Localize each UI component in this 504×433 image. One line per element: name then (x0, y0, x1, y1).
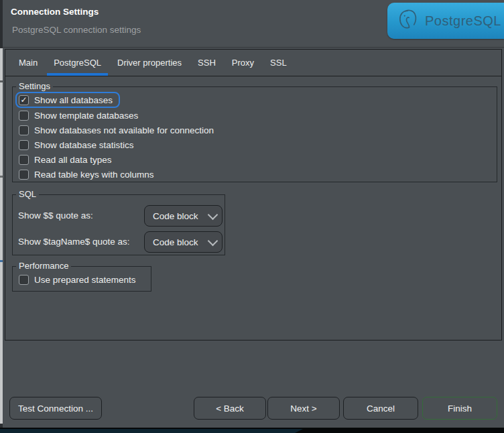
tab-label: Proxy (232, 58, 254, 68)
settings-group: Settings Show all databases Show templat… (12, 86, 497, 182)
cancel-button[interactable]: Cancel (343, 397, 418, 420)
page-subtitle: PostgreSQL connection settings (12, 25, 141, 35)
checkbox-label: Read table keys with columns (34, 170, 154, 180)
back-button[interactable]: < Back (194, 397, 266, 420)
checkbox-label: Show database statistics (34, 140, 134, 150)
checkbox-label: Show template databases (34, 111, 138, 121)
tab-label: Driver properties (117, 58, 182, 68)
checkbox-row-read-table-keys[interactable]: Read table keys with columns (19, 167, 214, 182)
tab-proxy[interactable]: Proxy (224, 50, 262, 76)
tab-label: SSH (198, 58, 216, 68)
performance-checkbox-list: Use prepared statements (19, 272, 136, 287)
dollar-quote-label: Show $$ quote as: (18, 210, 93, 221)
postgresql-elephant-icon (397, 9, 420, 33)
checkbox-icon[interactable] (19, 275, 29, 285)
checkbox-label: Read all data types (34, 155, 112, 165)
sql-group: SQL Show $$ quote as: Code block Show $t… (12, 194, 225, 255)
checkbox-icon[interactable] (19, 111, 29, 121)
checkbox-row-read-all-data-types[interactable]: Read all data types (19, 152, 214, 167)
postgresql-wordmark: PostgreSQL (425, 13, 501, 29)
checkbox-label: Show all databases (34, 95, 113, 105)
dollar-quote-value: Code block (153, 211, 209, 221)
tab-bar: Main PostgreSQL Driver properties SSH Pr… (5, 50, 501, 76)
tab-postgresql[interactable]: PostgreSQL (46, 50, 109, 76)
performance-group: Performance Use prepared statements (12, 266, 151, 292)
tab-folder: Main PostgreSQL Driver properties SSH Pr… (5, 49, 502, 341)
checkbox-checked-icon[interactable] (19, 95, 29, 105)
checkbox-row-use-prepared-statements[interactable]: Use prepared statements (19, 272, 136, 287)
checkbox-icon[interactable] (19, 170, 29, 180)
tagname-quote-select[interactable]: Code block (144, 231, 223, 253)
page-title: Connection Settings (11, 7, 99, 17)
connection-settings-dialog: Connection Settings PostgreSQL connectio… (3, 0, 504, 428)
checkbox-label: Show databases not available for connect… (34, 125, 214, 135)
dollar-quote-select[interactable]: Code block (144, 205, 223, 227)
chevron-down-icon (208, 209, 218, 220)
tab-ssl[interactable]: SSL (262, 50, 295, 76)
tab-label: SSL (270, 58, 287, 68)
tab-label: Main (19, 58, 38, 68)
checkbox-row-show-databases-not-available[interactable]: Show databases not available for connect… (19, 123, 214, 137)
checkbox-row-show-template-databases[interactable]: Show template databases (19, 108, 214, 123)
next-button[interactable]: Next > (267, 397, 340, 420)
tab-driver-properties[interactable]: Driver properties (109, 50, 190, 76)
tagname-quote-label: Show $tagName$ quote as: (18, 237, 130, 247)
chevron-down-icon (208, 235, 218, 246)
checkbox-icon[interactable] (19, 140, 29, 150)
tab-ssh[interactable]: SSH (190, 50, 224, 76)
settings-checkbox-list: Show all databases Show template databas… (19, 92, 214, 182)
checkbox-icon[interactable] (19, 125, 29, 135)
tab-label: PostgreSQL (54, 58, 101, 68)
test-connection-button[interactable]: Test Connection ... (9, 397, 102, 420)
checkbox-row-show-database-statistics[interactable]: Show database statistics (19, 137, 214, 152)
sql-group-label: SQL (16, 189, 39, 199)
settings-group-label: Settings (16, 81, 53, 91)
performance-group-label: Performance (16, 261, 71, 271)
tagname-quote-value: Code block (153, 237, 209, 247)
checkbox-label: Use prepared statements (34, 275, 136, 285)
checkbox-row-show-all-databases[interactable]: Show all databases (15, 92, 120, 108)
backdrop-bottom-strip-teal (0, 429, 303, 433)
finish-button[interactable]: Finish (422, 397, 497, 420)
checkbox-icon[interactable] (19, 155, 29, 165)
postgresql-logo: PostgreSQL (387, 3, 504, 39)
header-divider (3, 47, 504, 48)
tab-main[interactable]: Main (11, 50, 46, 76)
